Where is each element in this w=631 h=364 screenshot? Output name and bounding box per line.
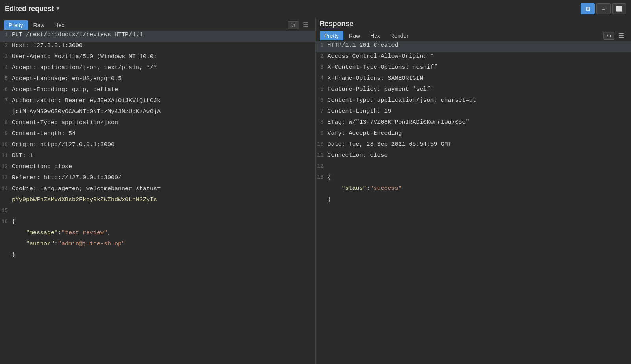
top-bar: Edited request ▼ ⊞ ≡ ⬜ xyxy=(0,0,631,17)
table-row: 13 Referer: http://127.0.0.1:3000/ xyxy=(0,174,316,185)
table-row: 11 DNT: 1 xyxy=(0,152,316,163)
table-row: } xyxy=(316,195,631,206)
request-panel: Pretty Raw Hex \n ☰ 1 PUT /rest/products… xyxy=(0,17,316,364)
table-row: 16 { xyxy=(0,218,316,229)
table-row: 7 Content-Length: 19 xyxy=(316,107,631,118)
table-row: 10 Date: Tue, 28 Sep 2021 05:54:59 GMT xyxy=(316,140,631,151)
table-row: 3 User-Agent: Mozilla/5.0 (Windows NT 10… xyxy=(0,53,316,64)
table-row: 9 Vary: Accept-Encoding xyxy=(316,129,631,140)
table-row: 1 HTTP/1.1 201 Created xyxy=(316,41,631,52)
table-row: 12 xyxy=(316,162,631,173)
dropdown-icon[interactable]: ▼ xyxy=(56,6,59,12)
table-row: 5 Feature-Policy: payment 'self' xyxy=(316,85,631,96)
table-row: 1 PUT /rest/products/1/reviews HTTP/1.1 xyxy=(0,31,316,42)
request-newline-button[interactable]: \n xyxy=(288,21,299,29)
table-row: 10 Origin: http://127.0.0.1:3000 xyxy=(0,141,316,152)
table-row: } xyxy=(0,251,316,262)
response-tab-render[interactable]: Render xyxy=(386,31,413,40)
table-row: 3 X-Content-Type-Options: nosniff xyxy=(316,63,631,74)
request-tabs-row: Pretty Raw Hex \n ☰ xyxy=(4,20,312,31)
table-row: 7 Authorization: Bearer eyJ0eXAiOiJKV1Qi… xyxy=(0,97,316,108)
request-content-area[interactable]: 1 PUT /rest/products/1/reviews HTTP/1.1 … xyxy=(0,31,316,364)
table-row: "message":"test review", xyxy=(0,229,316,240)
table-row: 8 ETag: W/"13-7VZ08KTPonIRADi0KwrrIwu705… xyxy=(316,118,631,129)
table-row: 2 Host: 127.0.0.1:3000 xyxy=(0,42,316,53)
request-tab-raw[interactable]: Raw xyxy=(29,20,49,30)
response-newline-button[interactable]: \n xyxy=(603,32,614,40)
response-panel-header: Response Pretty Raw Hex Render \n ☰ xyxy=(316,17,631,41)
request-tab-hex[interactable]: Hex xyxy=(50,20,69,30)
table-row: joiMjAyMS0wOS0yOCAwNTo0NTozMy43NzUgKzAwO… xyxy=(0,108,316,119)
split-view-button[interactable]: ⊞ xyxy=(581,3,595,14)
response-tab-pretty[interactable]: Pretty xyxy=(320,31,344,40)
table-row: 6 Content-Type: application/json; charse… xyxy=(316,96,631,107)
response-panel: Response Pretty Raw Hex Render \n ☰ 1 HT… xyxy=(316,17,631,364)
table-row: 9 Content-Length: 54 xyxy=(0,130,316,141)
table-row: 13 { xyxy=(316,173,631,184)
response-content-area[interactable]: 1 HTTP/1.1 201 Created 2 Access-Control-… xyxy=(316,41,631,364)
table-row: 15 xyxy=(0,207,316,218)
request-title: Edited request xyxy=(5,5,54,13)
request-panel-header: Pretty Raw Hex \n ☰ xyxy=(0,17,316,31)
response-tab-hex[interactable]: Hex xyxy=(365,31,385,40)
panels-container: Pretty Raw Hex \n ☰ 1 PUT /rest/products… xyxy=(0,17,631,364)
table-row: pYy9pbWFnZXMvdXBsb2Fkcy9kZWZhdWx0LnN2ZyI… xyxy=(0,196,316,207)
response-title: Response xyxy=(320,20,627,30)
request-menu-icon[interactable]: ☰ xyxy=(300,20,312,31)
table-row: 12 Connection: close xyxy=(0,163,316,174)
view-buttons: ⊞ ≡ ⬜ xyxy=(581,3,626,14)
horizontal-view-button[interactable]: ≡ xyxy=(596,3,611,14)
response-menu-icon[interactable]: ☰ xyxy=(615,30,627,41)
table-row: 6 Accept-Encoding: gzip, deflate xyxy=(0,86,316,97)
maximize-view-button[interactable]: ⬜ xyxy=(612,3,626,14)
table-row: 4 X-Frame-Options: SAMEORIGIN xyxy=(316,74,631,85)
table-row: 11 Connection: close xyxy=(316,151,631,162)
table-row: "author":"admin@juice-sh.op" xyxy=(0,240,316,251)
table-row: 5 Accept-Language: en-US,en;q=0.5 xyxy=(0,75,316,86)
table-row: 4 Accept: application/json, text/plain, … xyxy=(0,64,316,75)
table-row: 8 Content-Type: application/json xyxy=(0,119,316,130)
response-tab-raw[interactable]: Raw xyxy=(344,31,365,40)
request-tab-pretty[interactable]: Pretty xyxy=(4,20,28,30)
table-row: 2 Access-Control-Allow-Origin: * xyxy=(316,52,631,63)
table-row: 14 Cookie: language=en; welcomebanner_st… xyxy=(0,185,316,196)
table-row: "staus":"success" xyxy=(316,184,631,195)
response-tabs-row: Pretty Raw Hex Render \n ☰ xyxy=(320,30,627,41)
